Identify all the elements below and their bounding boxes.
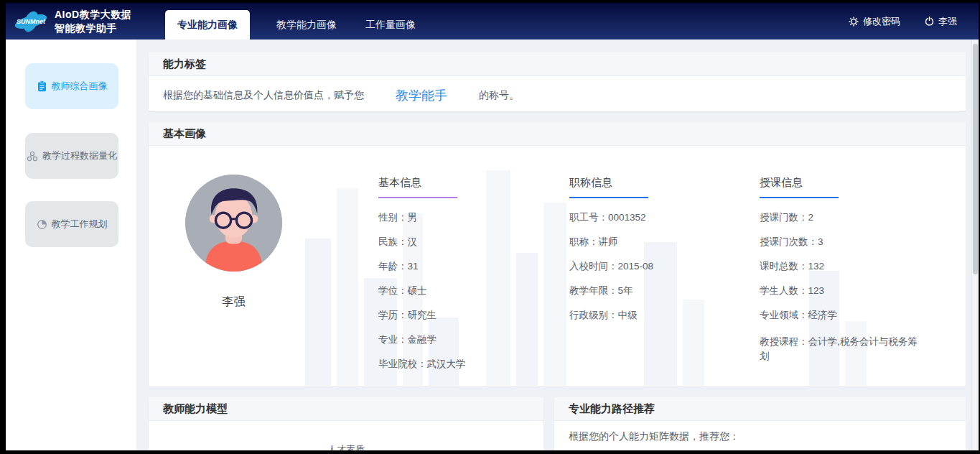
sidebar-item-label: 教学工作规划 [52,218,108,231]
info-row-education: 学历：研究生 [378,310,540,320]
title-info-column: 职称信息 职工号：0001352 职称：讲师 入校时间：2015-08 教学年限… [569,176,731,320]
info-row-teaching-years: 教学年限：5年 [569,286,731,296]
main-content: 能力标签 根据您的基础信息及个人信息价值点，赋予您 教学能手 的称号。 基本画像 [136,40,979,450]
column-title: 职称信息 [569,176,731,190]
info-row-professional-field: 专业领域：经济学 [760,310,921,320]
column-underline [569,197,648,198]
info-row-course-count: 授课门数：2 [760,213,921,223]
info-row-student-count: 学生人数：123 [760,286,921,296]
info-row-gender: 性别：男 [378,213,540,223]
power-icon [925,17,934,26]
topbar-actions: 修改密码 李强 [849,3,957,40]
svg-text:SUNMnet: SUNMnet [17,18,46,25]
info-row-age: 年龄：31 [378,261,540,272]
column-underline [760,197,839,198]
info-row-major: 专业：金融学 [378,335,540,345]
info-row-staff-id: 职工号：0001352 [569,213,731,223]
teacher-name: 李强 [185,295,282,310]
vertical-scrollbar-track[interactable] [971,40,978,450]
column-title: 基本信息 [378,176,540,190]
info-row-courses-taught: 教授课程：会计学,税务会计与税务筹划 [760,335,921,363]
ability-tag-highlight: 教学能手 [396,87,447,104]
basic-info-column: 基本信息 性别：男 民族：汉 年龄：31 学位：硕士 学历：研究生 专业：金融学… [378,176,540,369]
tab-label: 工作量画像 [365,19,416,32]
sunmnet-logo-icon: SUNMnet [13,6,49,37]
sidebar-item-label: 教师综合画像 [52,80,108,93]
teacher-capability-model-card: 教师能力模型 人才素质 [149,397,543,450]
info-row-job-title: 职称：讲师 [569,237,731,247]
change-password-label: 修改密码 [863,15,900,28]
sidebar-item-teaching-work-planning[interactable]: 教学工作规划 [25,201,118,247]
ability-tag-text-after: 的称号。 [479,89,519,102]
cluster-icon [27,151,38,162]
tab-label: 专业能力画像 [177,19,238,32]
info-row-total-hours: 课时总数：132 [760,261,921,272]
basic-portrait-card: 基本画像 [149,122,966,386]
info-row-admin-level: 行政级别：中级 [569,310,731,320]
info-row-degree: 学位：硕士 [378,286,540,296]
info-row-entry-date: 入校时间：2015-08 [569,261,731,272]
sidebar-item-teaching-process-data-quantification[interactable]: 教学过程数据量化 [25,133,118,179]
tab-teaching-ability-portrait[interactable]: 教学能力画像 [263,10,350,40]
sidebar: 教师综合画像 教学过程数据量化 教学工作规划 [6,40,136,450]
tab-workload-portrait[interactable]: 工作量画像 [350,10,431,40]
info-row-course-sessions: 授课门次数：3 [760,237,921,247]
card-title: 能力标签 [149,52,966,76]
ability-tag-card: 能力标签 根据您的基础信息及个人信息价值点，赋予您 教学能手 的称号。 [149,52,966,111]
column-underline [378,197,457,198]
ability-tag-text-before: 根据您的基础信息及个人信息价值点，赋予您 [163,89,364,102]
vertical-scrollbar-thumb[interactable] [973,44,978,274]
app-screen: SUNMnet AIoD教学大数据 智能教学助手 专业能力画像 教学能力画像 工… [6,3,979,450]
sidebar-item-label: 教学过程数据量化 [42,149,117,162]
tab-professional-ability-portrait[interactable]: 专业能力画像 [165,10,250,40]
sidebar-item-teacher-comprehensive-portrait[interactable]: 教师综合画像 [25,63,118,109]
user-menu[interactable]: 李强 [925,15,957,28]
card-title: 基本画像 [149,122,966,146]
change-password-button[interactable]: 修改密码 [849,15,900,28]
avatar [185,175,282,272]
recommendation-text: 根据您的个人能力矩阵数据，推荐您： [554,421,966,443]
column-title: 授课信息 [760,176,921,190]
username-label: 李强 [938,15,957,28]
pie-chart-icon [37,219,47,230]
teaching-info-column: 授课信息 授课门数：2 授课门次数：3 课时总数：132 学生人数：123 专业… [760,176,921,363]
gear-icon [849,17,859,27]
card-title: 教师能力模型 [149,397,543,421]
info-row-ethnicity: 民族：汉 [378,237,540,247]
top-navigation-bar: SUNMnet AIoD教学大数据 智能教学助手 专业能力画像 教学能力画像 工… [6,3,979,40]
brand: SUNMnet AIoD教学大数据 智能教学助手 [13,6,131,37]
radar-chart-top-label: 人才素质 [149,443,543,450]
clipboard-icon [37,80,47,92]
ability-path-recommendation-card: 专业能力路径推荐 根据您的个人能力矩阵数据，推荐您： [554,397,966,450]
app-title: AIoD教学大数据 智能教学助手 [55,8,131,35]
tab-label: 教学能力画像 [276,19,337,32]
info-row-alma-mater: 毕业院校：武汉大学 [378,359,540,369]
card-title: 专业能力路径推荐 [554,397,966,421]
